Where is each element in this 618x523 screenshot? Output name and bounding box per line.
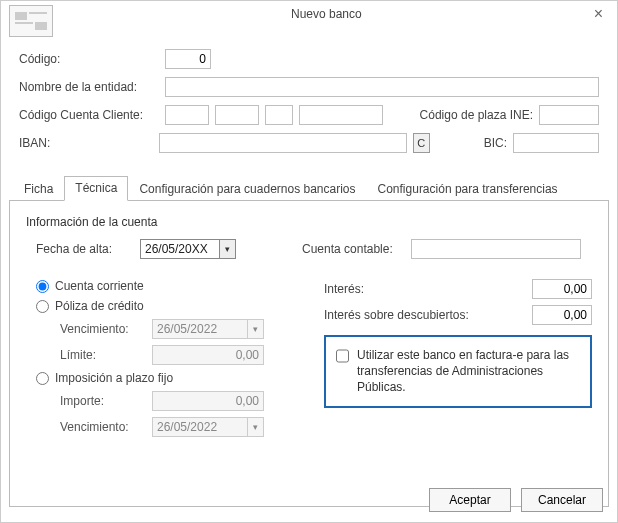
tab-ficha[interactable]: Ficha xyxy=(13,177,64,201)
highlight-facturae: Utilizar este banco en factura-e para la… xyxy=(324,335,592,408)
input-nombre[interactable] xyxy=(165,77,599,97)
label-nombre: Nombre de la entidad: xyxy=(19,80,159,94)
tabstrip: Ficha Técnica Configuración para cuadern… xyxy=(9,175,609,201)
label-fecha-alta: Fecha de alta: xyxy=(36,242,122,256)
app-icon xyxy=(9,5,53,37)
input-poliza-venc: ▾ xyxy=(152,319,264,339)
label-plazo-venc: Vencimiento: xyxy=(60,420,146,434)
dialog-nuevo-banco: Nuevo banco × Código: Nombre de la entid… xyxy=(0,0,618,523)
chevron-down-icon: ▾ xyxy=(248,319,264,339)
close-icon[interactable]: × xyxy=(588,5,609,23)
window-title: Nuevo banco xyxy=(65,5,588,21)
input-bic[interactable] xyxy=(513,133,599,153)
label-plazo-importe: Importe: xyxy=(60,394,146,408)
label-facturae: Utilizar este banco en factura-e para la… xyxy=(357,347,580,396)
label-bic: BIC: xyxy=(478,136,507,150)
input-ccc-2[interactable] xyxy=(215,105,259,125)
input-plazo-venc-field xyxy=(152,417,248,437)
label-interes-desc: Interés sobre descubiertos: xyxy=(324,308,532,322)
tab-transferencias[interactable]: Configuración para transferencias xyxy=(367,177,569,201)
group-title: Información de la cuenta xyxy=(26,215,592,229)
header-form: Código: Nombre de la entidad: Código Cue… xyxy=(1,35,617,167)
titlebar: Nuevo banco × xyxy=(1,1,617,35)
label-plaza: Código de plaza INE: xyxy=(420,108,533,122)
cancel-button[interactable]: Cancelar xyxy=(521,488,603,512)
input-iban[interactable] xyxy=(159,133,406,153)
radio-plazo-fijo[interactable] xyxy=(36,372,49,385)
input-poliza-limite xyxy=(152,345,264,365)
input-plaza[interactable] xyxy=(539,105,599,125)
input-interes-desc[interactable] xyxy=(532,305,592,325)
radio-poliza-credito[interactable] xyxy=(36,300,49,313)
input-plazo-importe xyxy=(152,391,264,411)
input-cuenta-contable[interactable] xyxy=(411,239,581,259)
tab-tecnica[interactable]: Técnica xyxy=(64,176,128,201)
label-iban: IBAN: xyxy=(19,136,153,150)
input-ccc-3[interactable] xyxy=(265,105,293,125)
input-plazo-venc: ▾ xyxy=(152,417,264,437)
chevron-down-icon: ▾ xyxy=(248,417,264,437)
chevron-down-icon[interactable]: ▾ xyxy=(220,239,236,259)
label-codigo: Código: xyxy=(19,52,159,66)
input-ccc-1[interactable] xyxy=(165,105,209,125)
input-fecha-alta[interactable]: ▾ xyxy=(140,239,236,259)
label-poliza-venc: Vencimiento: xyxy=(60,322,146,336)
checkbox-facturae[interactable] xyxy=(336,349,349,363)
label-ccc: Código Cuenta Cliente: xyxy=(19,108,159,122)
input-ccc-4[interactable] xyxy=(299,105,383,125)
tabpanel-tecnica: Información de la cuenta Fecha de alta: … xyxy=(9,201,609,507)
label-poliza-limite: Límite: xyxy=(60,348,146,362)
tab-cuadernos[interactable]: Configuración para cuadernos bancarios xyxy=(128,177,366,201)
label-plazo-fijo: Imposición a plazo fijo xyxy=(55,371,173,385)
dialog-footer: Aceptar Cancelar xyxy=(429,488,603,512)
label-interes: Interés: xyxy=(324,282,532,296)
radio-cuenta-corriente[interactable] xyxy=(36,280,49,293)
label-cuenta-contable: Cuenta contable: xyxy=(302,242,393,256)
label-poliza-credito: Póliza de crédito xyxy=(55,299,144,313)
input-interes[interactable] xyxy=(532,279,592,299)
accept-button[interactable]: Aceptar xyxy=(429,488,511,512)
iban-calc-button[interactable]: C xyxy=(413,133,430,153)
input-codigo[interactable] xyxy=(165,49,211,69)
input-fecha-alta-field[interactable] xyxy=(140,239,220,259)
tabs: Ficha Técnica Configuración para cuadern… xyxy=(9,175,609,507)
label-cuenta-corriente: Cuenta corriente xyxy=(55,279,144,293)
input-poliza-venc-field xyxy=(152,319,248,339)
